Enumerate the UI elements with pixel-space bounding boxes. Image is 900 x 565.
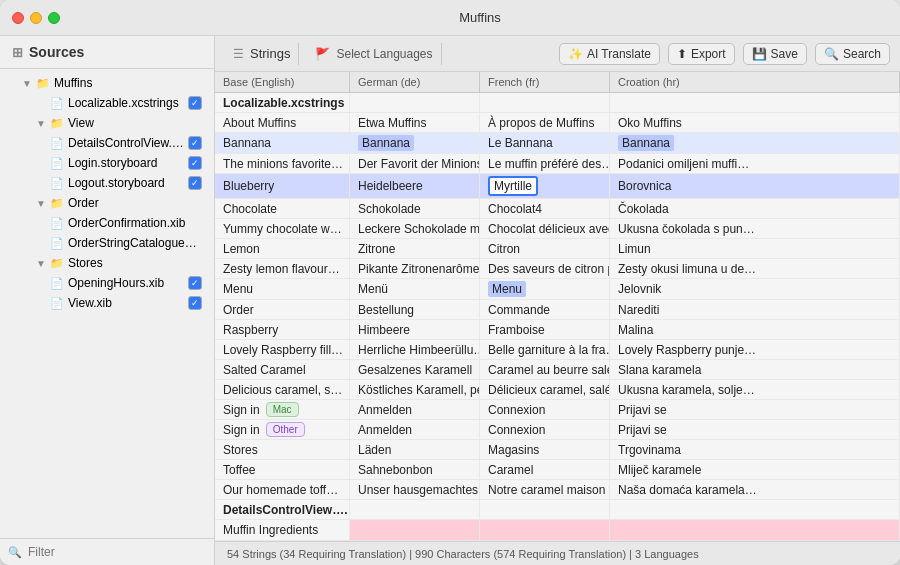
cell-hr: [610, 500, 900, 519]
cell-base: About Muffins: [215, 113, 350, 132]
table-row[interactable]: Blueberry Heidelbeere Myrtille Borovnica: [215, 174, 900, 199]
table-row[interactable]: Sign in Other Anmelden Connexion Prijavi…: [215, 420, 900, 440]
cell-hr: Slana karamela: [610, 360, 900, 379]
filter-input[interactable]: [28, 545, 206, 559]
sidebar-group-muffins[interactable]: ▼ 📁 Muffins: [4, 73, 210, 93]
sidebar-item-logout-storyboard[interactable]: 📄 Logout.storyboard: [4, 173, 210, 193]
checkbox-view[interactable]: [188, 296, 202, 310]
table-row[interactable]: Zesty lemon flavour… Pikante Zitronenarô…: [215, 259, 900, 279]
sidebar-item-openinghours[interactable]: 📄 OpeningHours.xib: [4, 273, 210, 293]
checkbox-login[interactable]: [188, 156, 202, 170]
cell-fr: Le Bannana: [480, 133, 610, 153]
cell-fr: Commande: [480, 300, 610, 319]
checkbox-details[interactable]: [188, 136, 202, 150]
table-row[interactable]: Delicious caramel, s… Köstliches Karamel…: [215, 380, 900, 400]
sidebar-item-detailscontrolview[interactable]: 📄 DetailsControlView.xib: [4, 133, 210, 153]
table-row[interactable]: Our homemade toff… Unser hausgemachtes… …: [215, 480, 900, 500]
cell-base: Chocolate: [215, 199, 350, 218]
minimize-button[interactable]: [30, 12, 42, 24]
sidebar-item-label: View.xib: [68, 296, 184, 310]
cell-fr-pink: [480, 520, 610, 540]
cell-fr: Citron: [480, 239, 610, 258]
table-row[interactable]: The minions favorite… Der Favorit der Mi…: [215, 154, 900, 174]
table-row[interactable]: Raspberry Himbeere Framboise Malina: [215, 320, 900, 340]
titlebar: Muffins: [0, 0, 900, 36]
table-row[interactable]: Chocolate Schokolade Chocolat4 Čokolada: [215, 199, 900, 219]
cell-base: Toffee: [215, 460, 350, 479]
sidebar-item-orderconfirmation[interactable]: 📄 OrderConfirmation.xib: [4, 213, 210, 233]
save-button[interactable]: 💾 Save: [743, 43, 807, 65]
table-row[interactable]: About Muffins Etwa Muffins À propos de M…: [215, 113, 900, 133]
cell-fr-editing[interactable]: Myrtille: [480, 174, 610, 198]
sidebar-item-label: Logout.storyboard: [68, 176, 184, 190]
table-row[interactable]: Sign in Mac Anmelden Connexion Prijavi s…: [215, 400, 900, 420]
filter-icon: 🔍: [8, 546, 22, 559]
cell-de: Bannana: [350, 133, 480, 153]
table-row[interactable]: Toffee Sahnebonbon Caramel Mliječ karame…: [215, 460, 900, 480]
cell-de: Herrliche Himbeerüllu…: [350, 340, 480, 359]
sidebar: ⊞ Sources ▼ 📁 Muffins 📄 Localizable.xcst…: [0, 36, 215, 565]
cell-base: Stores: [215, 440, 350, 459]
file-icon: 📄: [50, 177, 64, 190]
close-button[interactable]: [12, 12, 24, 24]
sidebar-item-login-storyboard[interactable]: 📄 Login.storyboard: [4, 153, 210, 173]
col-header-hr[interactable]: Croation (hr): [610, 72, 900, 92]
cell-hr: Malina: [610, 320, 900, 339]
file-icon: 📄: [50, 97, 64, 110]
cell-hr: Zesty okusi limuna u de…: [610, 259, 900, 278]
search-icon: 🔍: [824, 47, 839, 61]
cell-hr: Oko Muffins: [610, 113, 900, 132]
sidebar-item-label: Login.storyboard: [68, 156, 184, 170]
arrow-icon: ▼: [36, 198, 46, 209]
table-row[interactable]: Menu Menü Menu Jelovnik: [215, 279, 900, 300]
export-label: Export: [691, 47, 726, 61]
table-container: Base (English) German (de) French (fr) C…: [215, 72, 900, 541]
table-row[interactable]: Lovely Raspberry fill… Herrliche Himbeer…: [215, 340, 900, 360]
cell-hr: Mliječ karamele: [610, 460, 900, 479]
table-row[interactable]: Order Bestellung Commande Narediti: [215, 300, 900, 320]
checkbox-opening[interactable]: [188, 276, 202, 290]
checkbox-logout[interactable]: [188, 176, 202, 190]
select-languages-button[interactable]: Select Languages: [336, 47, 432, 61]
sidebar-item-view-xib[interactable]: 📄 View.xib: [4, 293, 210, 313]
cell-fr: Chocolat4: [480, 199, 610, 218]
strings-label: Strings: [250, 46, 290, 61]
tag-other: Other: [266, 422, 305, 437]
sidebar-label: Muffins: [54, 76, 202, 90]
table-body: Localizable.xcstrings About Muffins Etwa…: [215, 93, 900, 541]
ai-translate-button[interactable]: ✨ AI Translate: [559, 43, 660, 65]
cell-de: Sahnebonbon: [350, 460, 480, 479]
sidebar-item-localizable[interactable]: 📄 Localizable.xcstrings: [4, 93, 210, 113]
export-button[interactable]: ⬆ Export: [668, 43, 735, 65]
cell-hr: Narediti: [610, 300, 900, 319]
table-row[interactable]: Bannana Bannana Le Bannana Bannana: [215, 133, 900, 154]
cell-base: Our homemade toff…: [215, 480, 350, 499]
sidebar-group-stores[interactable]: ▼ 📁 Stores: [4, 253, 210, 273]
file-icon: 📄: [50, 297, 64, 310]
table-row[interactable]: Muffin Ingredients: [215, 520, 900, 541]
sidebar-item-orderstringcatalogue[interactable]: 📄 OrderStringCatalogue…: [4, 233, 210, 253]
checkbox-localizable[interactable]: [188, 96, 202, 110]
save-label: Save: [771, 47, 798, 61]
main-panel: ☰ Strings 🚩 Select Languages ✨ AI Transl…: [215, 36, 900, 565]
table-row[interactable]: Salted Caramel Gesalzenes Karamell Caram…: [215, 360, 900, 380]
search-button[interactable]: 🔍 Search: [815, 43, 890, 65]
col-header-de[interactable]: German (de): [350, 72, 480, 92]
cell-fr: [480, 93, 610, 112]
cell-fr: Menu: [480, 279, 610, 299]
col-header-fr[interactable]: French (fr): [480, 72, 610, 92]
table-row[interactable]: Stores Läden Magasins Trgovinama: [215, 440, 900, 460]
col-header-base[interactable]: Base (English): [215, 72, 350, 92]
table-row[interactable]: Lemon Zitrone Citron Limun: [215, 239, 900, 259]
cell-base: Salted Caramel: [215, 360, 350, 379]
cell-base: Bannana: [215, 133, 350, 153]
folder-icon: 📁: [36, 77, 50, 90]
sidebar-group-view[interactable]: ▼ 📁 View: [4, 113, 210, 133]
table-row[interactable]: Yummy chocolate w… Leckere Schokolade mi…: [215, 219, 900, 239]
cell-de: Köstliches Karamell, pe…: [350, 380, 480, 399]
cell-fr: Caramel au beurre salé: [480, 360, 610, 379]
cell-hr: Ukusna karamela, solje…: [610, 380, 900, 399]
fullscreen-button[interactable]: [48, 12, 60, 24]
sidebar-group-order[interactable]: ▼ 📁 Order: [4, 193, 210, 213]
table-section-details: DetailsControlView….: [215, 500, 900, 520]
